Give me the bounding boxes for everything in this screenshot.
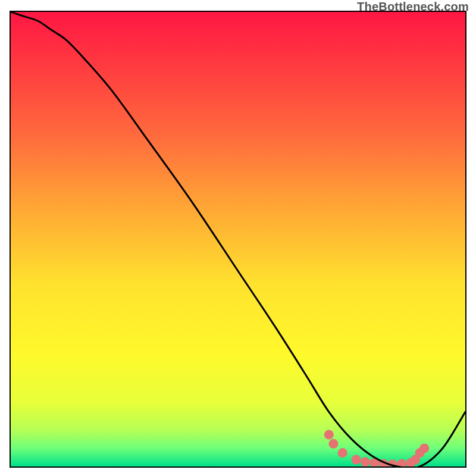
chart-container: TheBottleneck.com <box>0 0 476 476</box>
highlight-point <box>338 448 347 458</box>
highlight-point <box>397 459 406 466</box>
plot-frame <box>10 11 466 468</box>
chart-svg <box>11 12 465 466</box>
highlight-point <box>361 457 370 466</box>
highlight-point <box>324 430 334 440</box>
highlight-point <box>419 443 429 453</box>
highlight-point <box>352 455 361 465</box>
bottleneck-curve <box>11 12 465 466</box>
highlight-point <box>328 439 338 449</box>
highlight-points-group <box>324 430 429 466</box>
